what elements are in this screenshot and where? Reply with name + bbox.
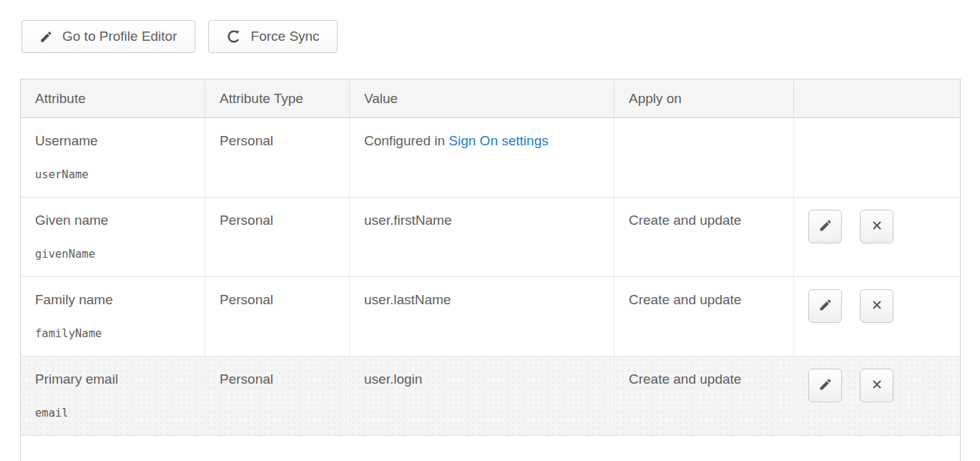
attribute-variable: userName [35, 168, 193, 181]
pencil-icon [818, 218, 833, 235]
cell-value: user.lastName [350, 277, 614, 356]
pencil-icon [818, 298, 833, 314]
go-to-profile-editor-button[interactable]: Go to Profile Editor [21, 20, 195, 53]
attribute-mappings-page: Go to Profile Editor Force Sync Attribut… [0, 20, 980, 461]
attribute-label: Given name [35, 213, 193, 228]
toolbar: Go to Profile Editor Force Sync [21, 20, 980, 53]
cell-attribute: Username userName [21, 118, 205, 198]
attribute-variable: familyName [35, 327, 193, 340]
cell-attribute: Primary email email [21, 356, 205, 436]
pencil-icon [818, 377, 833, 394]
row-actions [808, 289, 949, 323]
attribute-label: Primary email [35, 372, 193, 387]
pencil-icon [39, 30, 53, 44]
cell-actions [794, 118, 961, 198]
cell-apply-on: Create and update [614, 356, 794, 436]
table-row-family-name: Family name familyName Personal user.las… [21, 277, 961, 356]
remove-attribute-button[interactable] [860, 289, 893, 323]
edit-attribute-button[interactable] [808, 210, 842, 243]
table-row-username: Username userName Personal Configured in… [21, 118, 961, 198]
cell-actions [794, 277, 961, 356]
column-header-actions [794, 79, 961, 118]
cell-apply-on: Create and update [614, 198, 794, 277]
column-header-attribute: Attribute [21, 79, 205, 118]
cell-attribute-type: Personal [205, 198, 350, 277]
table-row-primary-email: Primary email email Personal user.login … [21, 356, 961, 436]
empty-row-cell [21, 436, 961, 461]
empty-row [21, 436, 961, 461]
column-header-attribute-type: Attribute Type [205, 79, 350, 118]
force-sync-button[interactable]: Force Sync [208, 20, 338, 53]
table-row-given-name: Given name givenName Personal user.first… [21, 198, 961, 277]
cell-attribute-type: Personal [205, 118, 350, 198]
cell-value: user.firstName [350, 198, 614, 277]
column-header-value: Value [350, 79, 614, 118]
attribute-label: Family name [35, 292, 193, 308]
attribute-variable: email [35, 407, 193, 419]
cell-apply-on [614, 118, 794, 198]
edit-attribute-button[interactable] [808, 369, 842, 402]
refresh-icon [226, 29, 242, 44]
cell-apply-on: Create and update [614, 277, 794, 356]
attribute-variable: givenName [35, 248, 193, 261]
force-sync-label: Force Sync [251, 29, 320, 44]
attribute-label: Username [35, 133, 193, 149]
column-header-apply-on: Apply on [614, 79, 794, 118]
edit-attribute-button[interactable] [808, 289, 842, 323]
cell-value: user.login [350, 356, 614, 436]
cell-attribute-type: Personal [205, 356, 350, 436]
cell-actions [794, 356, 961, 436]
cell-attribute-type: Personal [205, 277, 350, 356]
close-icon [871, 299, 883, 314]
remove-attribute-button[interactable] [860, 210, 893, 243]
row-actions [808, 369, 949, 402]
close-icon [871, 219, 883, 234]
close-icon [871, 378, 883, 393]
cell-actions [794, 198, 961, 277]
table-header-row: Attribute Attribute Type Value Apply on [21, 79, 961, 118]
cell-attribute: Family name familyName [21, 277, 205, 356]
cell-attribute: Given name givenName [21, 198, 205, 277]
row-actions [808, 210, 949, 243]
go-to-profile-editor-label: Go to Profile Editor [62, 29, 177, 44]
remove-attribute-button[interactable] [860, 369, 893, 402]
cell-value: Configured in Sign On settings [350, 118, 614, 198]
value-prefix-text: Configured in [364, 133, 449, 148]
sign-on-settings-link[interactable]: Sign On settings [449, 133, 548, 148]
attribute-mapping-table: Attribute Attribute Type Value Apply on … [20, 79, 961, 461]
